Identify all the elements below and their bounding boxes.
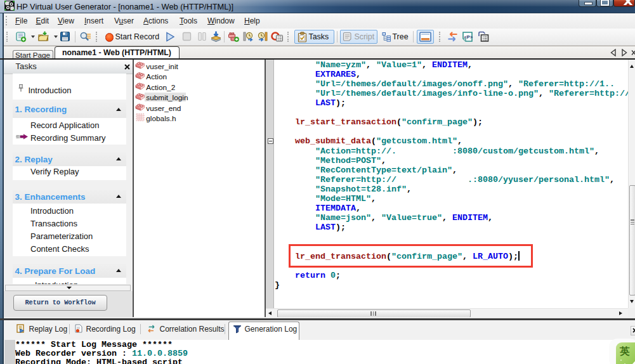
svg-text:<P>: <P> — [464, 34, 473, 40]
